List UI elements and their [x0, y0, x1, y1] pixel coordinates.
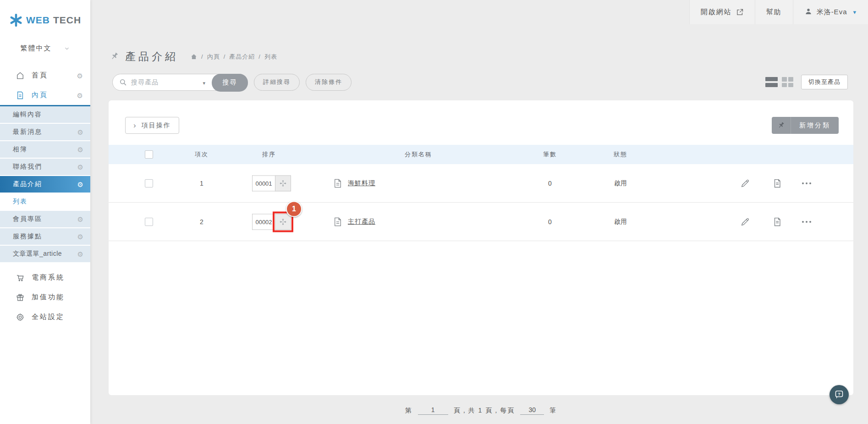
gear-icon[interactable]: ⚙	[77, 216, 84, 223]
pagination-prefix: 第	[405, 407, 412, 415]
gear-icon	[16, 313, 25, 322]
add-category-label: 新增分類	[791, 117, 839, 134]
sort-input[interactable]	[252, 214, 275, 230]
search-input[interactable]	[131, 75, 204, 90]
annotation-badge: 1	[286, 201, 302, 217]
logo: WEB TECH	[0, 0, 90, 28]
advanced-search-button[interactable]: 詳細搜尋	[254, 74, 300, 91]
category-name-cell: 主打產品	[334, 217, 375, 226]
search-scope-dropdown-icon[interactable]: ▾	[203, 80, 205, 86]
sidebar-item-list[interactable]: 列表	[0, 193, 90, 210]
sidebar-item-home[interactable]: 首頁 ⚙	[0, 66, 90, 85]
breadcrumb-separator: /	[258, 53, 261, 60]
col-header-sort: 排序	[262, 150, 276, 159]
more-actions-icon[interactable]	[802, 178, 811, 188]
sidebar: WEB TECH 繁體中文 首頁 ⚙ 內頁 ⚙	[0, 0, 90, 424]
pagination: 第 頁，共 1 頁，每頁 筆	[109, 406, 853, 415]
document-icon	[334, 179, 342, 188]
person-icon	[804, 7, 813, 17]
list-view-icon[interactable]	[765, 77, 778, 87]
breadcrumb: / 內頁 / 產品介紹 / 列表	[190, 53, 277, 61]
drag-handle-icon[interactable]	[275, 175, 291, 191]
gear-icon[interactable]: ⚙	[77, 129, 84, 136]
copy-icon[interactable]	[772, 217, 782, 227]
copy-icon[interactable]	[772, 178, 782, 188]
gear-icon[interactable]: ⚙	[77, 146, 84, 153]
gear-icon[interactable]: ⚙	[77, 72, 84, 79]
pin-icon	[772, 117, 791, 134]
sidebar-item-addons[interactable]: 加值功能	[0, 287, 90, 307]
row-checkbox[interactable]	[145, 218, 153, 226]
sidebar-item-inner-pages[interactable]: 內頁 ⚙	[0, 85, 90, 105]
per-page-input[interactable]	[520, 406, 544, 415]
add-category-button[interactable]: 新增分類	[772, 117, 839, 134]
status-label: 啟用	[601, 218, 640, 226]
row-checkbox[interactable]	[145, 179, 153, 187]
user-menu[interactable]: 米洛-Eva ▾	[793, 0, 868, 24]
sidebar-item-label: 相簿	[13, 145, 27, 154]
breadcrumb-products[interactable]: 產品介紹	[229, 53, 255, 61]
sidebar-item-album[interactable]: 相簿 ⚙	[0, 141, 90, 158]
item-actions-button[interactable]: › 項目操作	[125, 117, 179, 134]
svg-text:?: ?	[838, 391, 841, 396]
logo-text-web: WEB	[26, 15, 50, 26]
search-button[interactable]: 搜尋	[212, 74, 248, 92]
language-selector[interactable]: 繁體中文	[0, 44, 90, 53]
cart-icon	[16, 273, 25, 282]
open-site-button[interactable]: 開啟網站	[689, 0, 755, 24]
breadcrumb-inner-pages[interactable]: 內頁	[207, 53, 220, 61]
col-header-name: 分類名稱	[405, 150, 432, 159]
row-index: 1	[182, 180, 221, 187]
col-header-index: 項次	[182, 150, 221, 159]
sidebar-item-locations[interactable]: 服務據點 ⚙	[0, 228, 90, 245]
grid-view-icon[interactable]	[782, 77, 793, 87]
sidebar-item-contact[interactable]: 聯絡我們 ⚙	[0, 159, 90, 175]
sidebar-item-label: 服務據點	[13, 232, 42, 241]
sidebar-item-news[interactable]: 最新消息 ⚙	[0, 124, 90, 140]
more-actions-icon[interactable]	[802, 217, 811, 227]
breadcrumb-list[interactable]: 列表	[264, 53, 277, 61]
clear-filters-button[interactable]: 清除條件	[306, 74, 352, 91]
page-number-input[interactable]	[418, 406, 448, 415]
sidebar-item-label: 加值功能	[32, 293, 65, 302]
search-icon	[119, 78, 127, 87]
sidebar-menu: 首頁 ⚙ 內頁 ⚙ 編輯內容 最新消息 ⚙ 相簿	[0, 66, 90, 327]
pin-icon	[110, 52, 120, 61]
sidebar-item-article-menu[interactable]: 文章選單_article ⚙	[0, 246, 90, 262]
sidebar-item-products[interactable]: 產品介紹 ⚙	[0, 176, 90, 193]
page-title: 產品介紹	[125, 50, 178, 64]
help-bubble-button[interactable]: ?	[830, 385, 849, 404]
select-all-checkbox[interactable]	[145, 150, 153, 159]
sidebar-item-label: 編輯內容	[13, 110, 42, 119]
question-bubble-icon: ?	[834, 389, 845, 400]
gear-icon[interactable]: ⚙	[77, 233, 84, 240]
gear-icon[interactable]: ⚙	[77, 164, 84, 171]
row-count: 0	[530, 180, 570, 187]
help-button[interactable]: 幫助	[755, 0, 793, 24]
edit-icon[interactable]	[740, 217, 750, 227]
row-count: 0	[530, 218, 570, 226]
category-link[interactable]: 主打產品	[348, 218, 375, 226]
view-controls: 切換至產品	[765, 75, 848, 89]
topbar: 開啟網站 幫助 米洛-Eva ▾	[90, 0, 868, 24]
switch-to-products-button[interactable]: 切換至產品	[801, 75, 848, 89]
sort-control: 1	[252, 214, 291, 230]
category-link[interactable]: 海鮮料理	[348, 179, 375, 187]
table-row: 1 海鮮料理 0 啟用	[109, 164, 853, 203]
sidebar-item-label: 會員專區	[13, 215, 42, 223]
user-name: 米洛-Eva	[817, 8, 847, 17]
gear-icon[interactable]: ⚙	[77, 251, 84, 258]
toolbar: ▾ 搜尋 詳細搜尋 清除條件 切換至產品	[112, 73, 848, 91]
sidebar-item-site-settings[interactable]: 全站設定	[0, 307, 90, 327]
sidebar-item-label: 電商系統	[32, 273, 65, 282]
open-site-label: 開啟網站	[701, 8, 732, 17]
gear-icon[interactable]: ⚙	[77, 181, 84, 188]
edit-icon[interactable]	[740, 178, 750, 188]
sidebar-item-ecommerce[interactable]: 電商系統	[0, 268, 90, 287]
gear-icon[interactable]: ⚙	[77, 92, 84, 99]
sidebar-item-members[interactable]: 會員專區 ⚙	[0, 211, 90, 227]
sidebar-item-edit-content[interactable]: 編輯內容	[0, 106, 90, 123]
home-icon[interactable]	[190, 53, 198, 61]
sort-input[interactable]	[252, 175, 275, 191]
drag-handle-icon[interactable]: 1	[275, 214, 291, 230]
